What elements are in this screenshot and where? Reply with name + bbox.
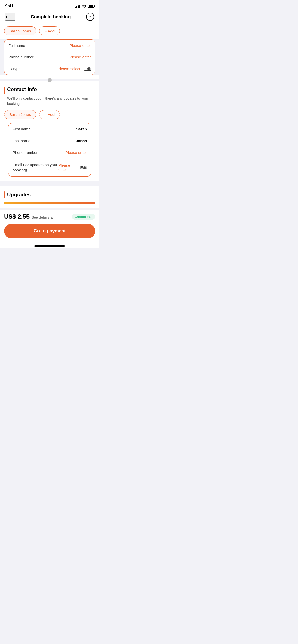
passenger-add-button[interactable]: + Add	[39, 26, 60, 35]
status-bar: 9:41	[0, 0, 99, 11]
wifi-icon	[82, 4, 86, 8]
phone-number-value[interactable]: Please enter	[70, 55, 91, 59]
price-amount: US$ 2.55	[4, 213, 30, 220]
id-type-value[interactable]: Please select	[58, 67, 80, 71]
price-row: US$ 2.55 See details ▲ Credits +1 ›	[4, 213, 95, 220]
see-details-button[interactable]: See details ▲	[32, 215, 54, 219]
phone-number-row: Phone number Please enter	[4, 51, 95, 63]
signal-bars-icon	[75, 5, 80, 8]
battery-icon	[88, 5, 94, 8]
upgrades-section: Upgrades	[0, 186, 99, 208]
bottom-bar: US$ 2.55 See details ▲ Credits +1 › Go t…	[0, 210, 99, 243]
upgrade-progress-bar	[4, 202, 95, 204]
section-accent-bar	[4, 87, 5, 94]
credits-label: Credits +1	[74, 215, 90, 219]
separator-dot	[48, 78, 52, 82]
first-name-label: First name	[12, 127, 31, 131]
contact-phone-row: Phone number Please enter	[8, 147, 91, 158]
last-name-row: Last name Jonas	[8, 135, 91, 147]
full-name-value[interactable]: Please enter	[70, 43, 91, 48]
contact-section-title: Contact info	[7, 86, 37, 92]
home-bar	[34, 245, 65, 247]
upgrades-title: Upgrades	[7, 192, 31, 198]
status-icons	[75, 4, 94, 8]
email-row: Email (for updates on your booking) Plea…	[8, 158, 91, 176]
contact-section-header: Contact info	[4, 86, 95, 94]
page-title: Complete booking	[31, 14, 71, 20]
credits-chevron-icon: ›	[92, 215, 93, 219]
back-button[interactable]: ‹	[5, 13, 15, 21]
contact-edit-button[interactable]: Edit	[80, 165, 87, 170]
id-type-right: Please select Edit	[58, 67, 91, 71]
last-name-label: Last name	[12, 139, 30, 143]
full-name-row: Full name Please enter	[4, 40, 95, 51]
passenger-info-card: Full name Please enter Phone number Plea…	[4, 39, 95, 75]
nav-header: ‹ Complete booking ?	[0, 11, 99, 24]
last-name-value: Jonas	[76, 139, 87, 143]
contact-info-section: Contact info We'll only contact you if t…	[0, 81, 99, 123]
contact-tab-sarah[interactable]: Sarah Jonas	[4, 110, 36, 119]
status-time: 9:41	[5, 4, 14, 9]
passenger-edit-button[interactable]: Edit	[84, 67, 91, 71]
credits-button[interactable]: Credits +1 ›	[72, 214, 95, 220]
home-indicator	[0, 243, 99, 248]
help-button[interactable]: ?	[86, 13, 94, 21]
contact-phone-value[interactable]: Please enter	[65, 150, 87, 155]
contact-tabs: Sarah Jonas + Add	[4, 110, 95, 123]
contact-section-description: We'll only contact you if there's any up…	[4, 96, 95, 106]
passenger-tab-sarah[interactable]: Sarah Jonas	[4, 26, 36, 35]
upgrades-accent-bar	[4, 191, 5, 198]
phone-number-label: Phone number	[8, 55, 33, 59]
first-name-value: Sarah	[76, 127, 87, 131]
contact-phone-label: Phone number	[12, 150, 37, 155]
email-label: Email (for updates on your booking)	[12, 162, 58, 173]
id-type-label: ID type	[8, 67, 21, 71]
chevron-up-icon: ▲	[50, 215, 54, 219]
email-value[interactable]: Please enter	[58, 163, 76, 172]
full-name-label: Full name	[8, 43, 25, 48]
passenger-tabs-section: Sarah Jonas + Add	[0, 24, 99, 39]
price-left: US$ 2.55 See details ▲	[4, 213, 54, 220]
first-name-row: First name Sarah	[8, 123, 91, 135]
email-right: Please enter Edit	[58, 163, 87, 172]
go-to-payment-button[interactable]: Go to payment	[4, 224, 95, 238]
contact-info-card: First name Sarah Last name Jonas Phone n…	[8, 123, 91, 177]
id-type-row: ID type Please select Edit	[4, 63, 95, 75]
contact-add-button[interactable]: + Add	[39, 110, 60, 119]
section-separator	[0, 79, 99, 81]
